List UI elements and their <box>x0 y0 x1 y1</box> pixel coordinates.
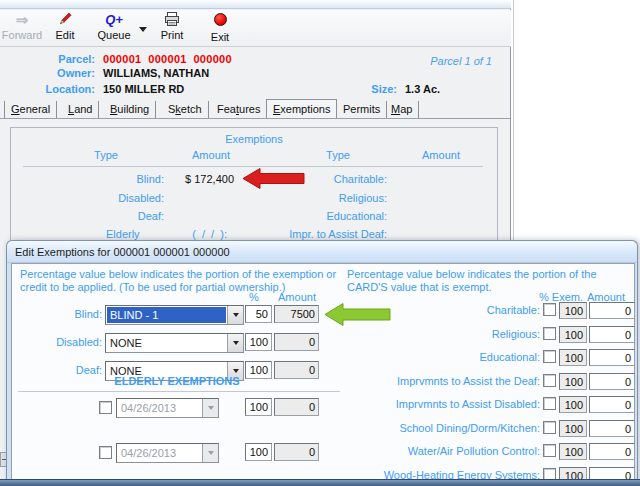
elderly1-checkbox[interactable] <box>99 401 112 414</box>
dialog-title: Edit Exemptions for 000001 000001 000000 <box>15 246 230 258</box>
elderly-divider <box>18 391 340 392</box>
chevron-down-icon <box>208 451 214 455</box>
imprvmnts-disabled-amount-field[interactable]: 0 <box>589 396 635 413</box>
toolbar: ⇒ Forward Edit Q+ Queue Print Exit <box>0 10 511 47</box>
panel-title: Exemptions <box>11 133 497 145</box>
forward-button[interactable]: ⇒ Forward <box>0 11 44 45</box>
parcel-label: Parcel: <box>10 53 95 65</box>
religious-row-label: Religious: <box>211 192 387 204</box>
chevron-down-icon <box>233 369 239 373</box>
educational-checkbox[interactable] <box>543 350 556 363</box>
water-air-percent-field[interactable]: 100 <box>559 443 587 460</box>
col-header-amount-left: Amount <box>181 149 241 161</box>
dropdown-button[interactable] <box>227 306 243 324</box>
location-value: 150 MILLER RD <box>103 83 184 95</box>
deaf-row-label: Deaf: <box>11 210 164 222</box>
elderly-row-label: Elderly <box>106 228 140 240</box>
edit-exemptions-dialog: Edit Exemptions for 000001 000001 000000… <box>6 240 638 486</box>
location-label: Location: <box>10 83 95 95</box>
col-header-type-left: Type <box>76 149 136 161</box>
imprvmnts-disabled-checkbox[interactable] <box>543 397 556 410</box>
imprvmnts-disabled-percent-field[interactable]: 100 <box>559 396 587 413</box>
queue-icon: Q+ <box>92 11 136 29</box>
printer-icon <box>152 11 192 29</box>
queue-button[interactable]: Q+ Queue <box>92 11 136 45</box>
tab-sketch[interactable]: Sketch <box>162 101 209 118</box>
elderly2-checkbox[interactable] <box>99 446 112 459</box>
print-button[interactable]: Print <box>152 11 192 45</box>
left-amount-header: Amount <box>274 291 320 303</box>
tab-land[interactable]: Land <box>62 101 99 118</box>
school-dining-percent-field[interactable]: 100 <box>559 420 587 437</box>
col-header-type-right: Type <box>308 149 368 161</box>
tab-map[interactable]: Map <box>385 101 419 118</box>
tab-strip-baseline <box>0 118 511 119</box>
religious-amount-field[interactable]: 0 <box>589 326 635 343</box>
charitable-amount-field[interactable]: 0 <box>589 302 635 319</box>
blind-row-label: Blind: <box>11 173 164 185</box>
elderly2-date-dropdown[interactable]: 04/26/2013 <box>116 443 219 463</box>
tab-exemptions[interactable]: Exemptions <box>266 99 337 118</box>
parcel-number: 000001 000001 000000 <box>103 53 232 65</box>
header-divider <box>23 166 483 167</box>
imprvmnts-deaf-field-label: Imprvmnts to Assist the Deaf: <box>268 375 540 387</box>
exit-circle-icon <box>200 13 240 31</box>
educational-percent-field[interactable]: 100 <box>559 349 587 366</box>
disabled-row-label: Disabled: <box>11 192 164 204</box>
educational-field-label: Educational: <box>268 351 540 363</box>
left-percent-header: % <box>236 291 272 303</box>
blind-field-label: Blind: <box>12 308 102 320</box>
owner-label: Owner: <box>10 67 95 79</box>
window-titlebar-sliver <box>0 0 511 9</box>
water-air-checkbox[interactable] <box>543 444 556 457</box>
owner-value: WILLIAMS, NATHAN <box>103 67 209 79</box>
school-dining-field-label: School Dining/Dorm/Kitchen: <box>268 422 540 434</box>
chevron-down-icon <box>139 27 147 32</box>
tab-building[interactable]: Building <box>104 101 156 118</box>
forward-arrow-icon: ⇒ <box>0 11 44 29</box>
size-value: 1.3 Ac. <box>405 83 440 95</box>
tab-bar: General Land Building Sketch Features Ex… <box>4 99 508 118</box>
school-dining-checkbox[interactable] <box>543 421 556 434</box>
taskbar-edge[interactable] <box>0 479 640 486</box>
disabled-field-label: Disabled: <box>12 336 102 348</box>
green-arrow-annotation <box>325 303 391 328</box>
chevron-down-icon <box>208 406 214 410</box>
queue-dropdown-button[interactable] <box>137 23 149 35</box>
exit-button[interactable]: Exit <box>200 11 240 45</box>
chevron-down-icon <box>233 313 239 317</box>
size-label: Size: <box>345 83 397 95</box>
edit-button[interactable]: Edit <box>46 11 84 45</box>
blind-dropdown[interactable]: BLIND - 1 <box>105 305 244 325</box>
chevron-down-icon <box>233 341 239 345</box>
dropdown-button[interactable] <box>202 444 218 462</box>
elderly1-date-dropdown[interactable]: 04/26/2013 <box>116 398 219 418</box>
dropdown-button[interactable] <box>202 399 218 417</box>
religious-percent-field[interactable]: 100 <box>559 326 587 343</box>
water-air-amount-field[interactable]: 0 <box>589 443 635 460</box>
imprvmnts-deaf-percent-field[interactable]: 100 <box>559 373 587 390</box>
tab-general[interactable]: General <box>4 101 57 118</box>
charitable-checkbox[interactable] <box>543 303 556 316</box>
charitable-field-label: Charitable: <box>268 304 540 316</box>
red-arrow-annotation <box>243 168 305 191</box>
imprvmnts-deaf-amount-field[interactable]: 0 <box>589 373 635 390</box>
pencil-icon <box>46 11 84 29</box>
parcel-pager: Parcel 1 of 1 <box>380 55 492 67</box>
dropdown-button[interactable] <box>227 334 243 352</box>
educational-amount-field[interactable]: 0 <box>589 349 635 366</box>
religious-field-label: Religious: <box>268 328 540 340</box>
school-dining-amount-field[interactable]: 0 <box>589 420 635 437</box>
imprvmnts-disabled-field-label: Imprvmnts to Assist Disabled: <box>268 398 540 410</box>
disabled-dropdown[interactable]: NONE <box>105 333 244 353</box>
col-header-amount-right: Amount <box>411 149 471 161</box>
water-air-field-label: Water/Air Pollution Control: <box>268 445 540 457</box>
tab-features[interactable]: Features <box>211 101 267 118</box>
religious-checkbox[interactable] <box>543 327 556 340</box>
imprvmnts-deaf-checkbox[interactable] <box>543 374 556 387</box>
charitable-percent-field[interactable]: 100 <box>559 302 587 319</box>
educational-row-label: Educational: <box>211 210 387 222</box>
impr-assist-deaf-row-label: Impr. to Assist Deaf: <box>211 228 387 240</box>
dialog-titlebar[interactable]: Edit Exemptions for 000001 000001 000000 <box>7 241 637 263</box>
tab-permits[interactable]: Permits <box>337 101 387 118</box>
